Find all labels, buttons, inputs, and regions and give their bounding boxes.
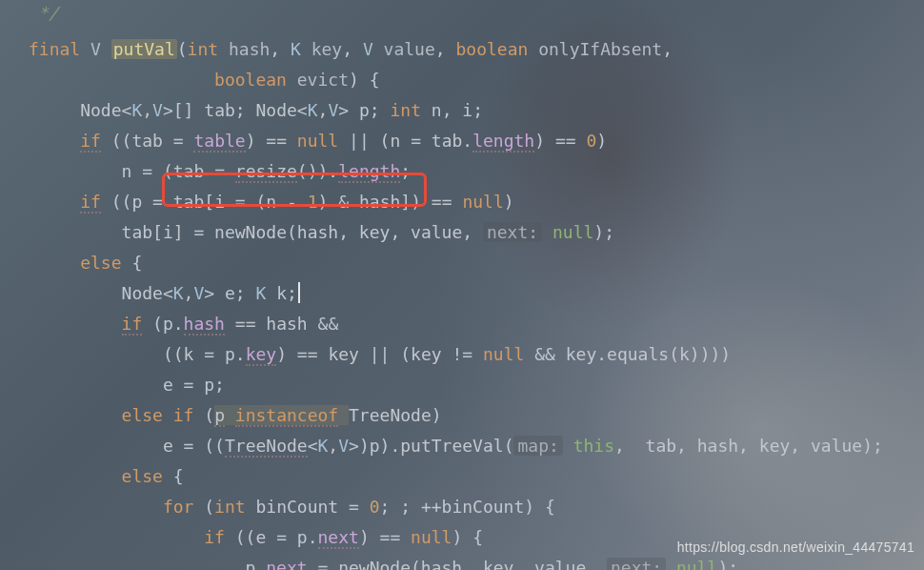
- type-treenode: TreeNode: [349, 405, 432, 425]
- call-newNode: newNode: [214, 222, 287, 242]
- arg-hash3: hash: [421, 558, 462, 570]
- ref-tab: tab: [131, 131, 163, 151]
- ref-e3: e: [255, 527, 266, 547]
- var-binCount: binCount: [255, 497, 338, 517]
- type-V: V: [363, 39, 373, 59]
- param-hint-map: map:: [513, 436, 562, 456]
- arg-key: key: [359, 222, 391, 242]
- ref-key: key: [328, 344, 359, 364]
- ref-p: p: [131, 192, 142, 212]
- arg-value3: value: [534, 558, 586, 570]
- ref-e2: e: [163, 436, 173, 456]
- gen-V3: V: [193, 283, 204, 303]
- arg-null: null: [552, 222, 593, 242]
- field-next2: next: [266, 558, 307, 570]
- kw-boolean-2: boolean: [214, 70, 287, 90]
- arg-key2: key: [759, 436, 791, 456]
- field-next: next: [318, 527, 359, 549]
- method-name: putVal: [111, 39, 177, 59]
- gen-V2: V: [328, 100, 338, 120]
- gen-K4: K: [318, 436, 329, 456]
- kw-if: if: [80, 131, 101, 153]
- kw-else-2: else: [122, 405, 163, 425]
- kw-if-4: if: [173, 405, 194, 425]
- watermark-text: https://blog.csdn.net/weixin_44475741: [677, 532, 914, 562]
- array-brackets: []: [173, 100, 194, 120]
- type-node-2: Node: [256, 100, 297, 120]
- param-hint-next: next:: [483, 222, 542, 242]
- ref-n2: n: [122, 161, 132, 181]
- call-resize: resize: [235, 161, 297, 183]
- code-editor-view: final V putVal(int hash, K key, V value,…: [0, 0, 924, 570]
- arg-hash: hash: [297, 222, 338, 242]
- ref-key2: key: [411, 344, 442, 364]
- lit-zero: 0: [586, 131, 596, 151]
- ref-p5: p: [214, 405, 225, 427]
- field-table: table: [193, 131, 245, 153]
- gen-K2: K: [308, 100, 318, 120]
- gen-K3: K: [173, 283, 184, 303]
- ref-tab-i: tab[i]: [122, 222, 184, 242]
- ref-hash2: hash: [266, 314, 307, 334]
- kw-else-3: else: [122, 466, 163, 486]
- text-caret[interactable]: [298, 282, 300, 303]
- field-hash: hash: [184, 314, 225, 336]
- type-node: Node: [80, 100, 121, 120]
- var-k: k: [276, 283, 287, 303]
- kw-if-2: if: [80, 192, 101, 214]
- arg-key3: key: [483, 558, 514, 570]
- ref-n3: n: [266, 192, 276, 212]
- param-evict: evict: [297, 70, 349, 90]
- lit-one: 1: [308, 192, 318, 212]
- kw-if-3: if: [122, 314, 143, 336]
- arg-value2: value: [811, 436, 862, 456]
- ref-tab3: tab: [173, 192, 205, 212]
- gen-V4: V: [338, 436, 349, 456]
- ref-n: n: [390, 131, 400, 151]
- param-hash: hash: [229, 39, 270, 59]
- field-length2: length: [338, 161, 400, 183]
- kw-for: for: [163, 497, 194, 517]
- type-K2: K: [256, 283, 267, 303]
- param-value: value: [384, 39, 435, 59]
- ref-p4: p: [204, 375, 214, 395]
- inc-binCount: ++binCount: [421, 497, 524, 517]
- lit-null-3: null: [483, 344, 524, 364]
- ref-i: i: [214, 192, 225, 212]
- param-hint-next2: next:: [607, 558, 666, 570]
- kw-final: final: [29, 39, 80, 59]
- kw-this: this: [573, 436, 614, 456]
- var-n: n: [432, 100, 442, 120]
- kw-else: else: [80, 253, 121, 273]
- field-length: length: [472, 131, 534, 153]
- param-key: key: [311, 39, 343, 59]
- arg-value: value: [411, 222, 462, 242]
- lit-null-2: null: [462, 192, 503, 212]
- field-key: key: [246, 344, 277, 366]
- ref-k: k: [184, 344, 194, 364]
- ref-e: e: [163, 375, 173, 395]
- kw-if-5: if: [204, 527, 225, 547]
- lit-null-4: null: [411, 527, 452, 547]
- type-node-3: Node: [122, 283, 163, 303]
- arg-hash2: hash: [697, 436, 738, 456]
- param-onlyIfAbsent: onlyIfAbsent: [538, 39, 662, 59]
- lit-null: null: [297, 131, 338, 151]
- lit-zero-2: 0: [370, 497, 380, 517]
- var-e: e: [225, 283, 235, 303]
- ref-tab2: tab: [173, 161, 205, 181]
- kw-int: int: [188, 39, 219, 59]
- kw-instanceof: instanceof: [235, 405, 338, 427]
- ref-p3: p: [225, 344, 235, 364]
- ref-hash: hash: [359, 192, 400, 212]
- var-i: i: [462, 100, 472, 120]
- var-p: p: [359, 100, 370, 120]
- gen-K: K: [131, 100, 142, 120]
- ref-p7: p: [297, 527, 308, 547]
- ref-p6: p: [370, 436, 380, 456]
- call-equals: equals: [607, 344, 669, 364]
- ref-p8: p: [246, 558, 256, 570]
- call-putTreeVal: putTreeVal: [400, 436, 503, 456]
- arg-tab: tab: [646, 436, 677, 456]
- call-newNode2: newNode: [338, 558, 411, 570]
